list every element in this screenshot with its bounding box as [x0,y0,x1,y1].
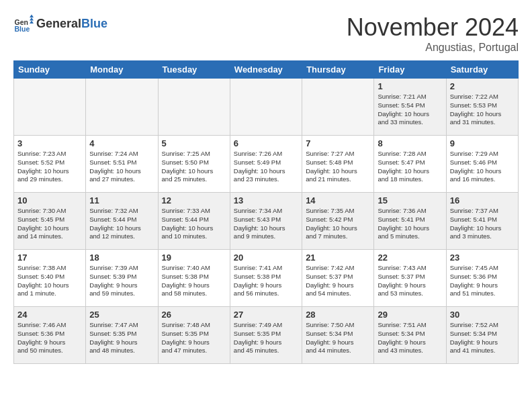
day-number: 27 [234,310,298,320]
day-info: Sunrise: 7:29 AM Sunset: 5:46 PM Dayligh… [450,150,515,184]
calendar-cell: 16Sunrise: 7:37 AM Sunset: 5:41 PM Dayli… [446,193,518,250]
logo: Gen Blue GeneralBlue [13,13,107,34]
day-info: Sunrise: 7:50 AM Sunset: 5:34 PM Dayligh… [306,321,370,355]
calendar-cell: 24Sunrise: 7:46 AM Sunset: 5:36 PM Dayli… [14,307,86,364]
calendar-cell: 3Sunrise: 7:23 AM Sunset: 5:52 PM Daylig… [14,136,86,193]
day-number: 2 [450,81,515,91]
calendar-week-row: 3Sunrise: 7:23 AM Sunset: 5:52 PM Daylig… [14,136,519,193]
calendar-cell: 17Sunrise: 7:38 AM Sunset: 5:40 PM Dayli… [14,250,86,307]
day-number: 29 [378,310,442,320]
day-info: Sunrise: 7:34 AM Sunset: 5:43 PM Dayligh… [234,207,298,241]
calendar-cell [86,79,158,136]
calendar-week-row: 17Sunrise: 7:38 AM Sunset: 5:40 PM Dayli… [14,250,519,307]
calendar-cell: 27Sunrise: 7:49 AM Sunset: 5:35 PM Dayli… [230,307,302,364]
weekday-header: Friday [374,61,446,79]
calendar-cell: 1Sunrise: 7:21 AM Sunset: 5:54 PM Daylig… [374,79,446,136]
day-info: Sunrise: 7:51 AM Sunset: 5:34 PM Dayligh… [378,321,442,355]
calendar-cell: 12Sunrise: 7:33 AM Sunset: 5:44 PM Dayli… [158,193,230,250]
weekday-header: Wednesday [230,61,302,79]
calendar-cell: 18Sunrise: 7:39 AM Sunset: 5:39 PM Dayli… [86,250,158,307]
calendar-cell: 25Sunrise: 7:47 AM Sunset: 5:35 PM Dayli… [86,307,158,364]
day-info: Sunrise: 7:42 AM Sunset: 5:37 PM Dayligh… [306,264,370,298]
day-info: Sunrise: 7:30 AM Sunset: 5:45 PM Dayligh… [17,207,82,241]
day-info: Sunrise: 7:25 AM Sunset: 5:50 PM Dayligh… [162,150,226,184]
day-info: Sunrise: 7:38 AM Sunset: 5:40 PM Dayligh… [17,264,82,298]
day-number: 24 [17,310,82,320]
weekday-header: Thursday [302,61,374,79]
day-info: Sunrise: 7:40 AM Sunset: 5:38 PM Dayligh… [162,264,226,298]
month-title: November 2024 [347,13,519,42]
calendar-cell: 29Sunrise: 7:51 AM Sunset: 5:34 PM Dayli… [374,307,446,364]
day-number: 12 [162,195,226,205]
day-info: Sunrise: 7:46 AM Sunset: 5:36 PM Dayligh… [17,321,82,355]
day-info: Sunrise: 7:49 AM Sunset: 5:35 PM Dayligh… [234,321,298,355]
day-number: 4 [89,138,154,148]
day-info: Sunrise: 7:52 AM Sunset: 5:34 PM Dayligh… [450,321,515,355]
day-info: Sunrise: 7:33 AM Sunset: 5:44 PM Dayligh… [162,207,226,241]
day-info: Sunrise: 7:36 AM Sunset: 5:41 PM Dayligh… [378,207,442,241]
calendar-cell [302,79,374,136]
day-info: Sunrise: 7:41 AM Sunset: 5:38 PM Dayligh… [234,264,298,298]
calendar-cell: 2Sunrise: 7:22 AM Sunset: 5:53 PM Daylig… [446,79,518,136]
calendar-cell: 30Sunrise: 7:52 AM Sunset: 5:34 PM Dayli… [446,307,518,364]
weekday-header: Tuesday [158,61,230,79]
calendar-cell: 15Sunrise: 7:36 AM Sunset: 5:41 PM Dayli… [374,193,446,250]
day-number: 20 [234,253,298,263]
day-number: 28 [306,310,370,320]
calendar-cell: 19Sunrise: 7:40 AM Sunset: 5:38 PM Dayli… [158,250,230,307]
day-number: 9 [450,138,515,148]
day-info: Sunrise: 7:45 AM Sunset: 5:36 PM Dayligh… [450,264,515,298]
day-info: Sunrise: 7:24 AM Sunset: 5:51 PM Dayligh… [89,150,154,184]
day-number: 16 [450,195,515,205]
day-number: 26 [162,310,226,320]
day-number: 1 [378,81,442,91]
day-number: 11 [89,195,154,205]
calendar-cell [230,79,302,136]
day-number: 5 [162,138,226,148]
calendar-cell: 28Sunrise: 7:50 AM Sunset: 5:34 PM Dayli… [302,307,374,364]
day-number: 18 [89,253,154,263]
day-info: Sunrise: 7:27 AM Sunset: 5:48 PM Dayligh… [306,150,370,184]
day-number: 15 [378,195,442,205]
weekday-header-row: SundayMondayTuesdayWednesdayThursdayFrid… [14,61,519,79]
calendar-cell [158,79,230,136]
day-info: Sunrise: 7:23 AM Sunset: 5:52 PM Dayligh… [17,150,82,184]
weekday-header: Monday [86,61,158,79]
page-header: Gen Blue GeneralBlue November 2024 Angus… [13,13,519,54]
day-number: 14 [306,195,370,205]
day-number: 10 [17,195,82,205]
calendar-cell: 21Sunrise: 7:42 AM Sunset: 5:37 PM Dayli… [302,250,374,307]
day-number: 8 [378,138,442,148]
day-info: Sunrise: 7:48 AM Sunset: 5:35 PM Dayligh… [162,321,226,355]
calendar-cell: 13Sunrise: 7:34 AM Sunset: 5:43 PM Dayli… [230,193,302,250]
day-number: 22 [378,253,442,263]
calendar-cell: 22Sunrise: 7:43 AM Sunset: 5:37 PM Dayli… [374,250,446,307]
day-number: 23 [450,253,515,263]
location-subtitle: Angustias, Portugal [347,42,519,54]
day-info: Sunrise: 7:35 AM Sunset: 5:42 PM Dayligh… [306,207,370,241]
day-number: 3 [17,138,82,148]
day-info: Sunrise: 7:21 AM Sunset: 5:54 PM Dayligh… [378,93,442,127]
calendar-cell: 6Sunrise: 7:26 AM Sunset: 5:49 PM Daylig… [230,136,302,193]
calendar-cell: 14Sunrise: 7:35 AM Sunset: 5:42 PM Dayli… [302,193,374,250]
day-number: 13 [234,195,298,205]
calendar-week-row: 1Sunrise: 7:21 AM Sunset: 5:54 PM Daylig… [14,79,519,136]
day-number: 19 [162,253,226,263]
logo-general: General [36,17,81,30]
day-info: Sunrise: 7:22 AM Sunset: 5:53 PM Dayligh… [450,93,515,127]
calendar-cell: 7Sunrise: 7:27 AM Sunset: 5:48 PM Daylig… [302,136,374,193]
calendar-cell: 4Sunrise: 7:24 AM Sunset: 5:51 PM Daylig… [86,136,158,193]
calendar-cell: 9Sunrise: 7:29 AM Sunset: 5:46 PM Daylig… [446,136,518,193]
day-number: 6 [234,138,298,148]
logo-icon: Gen Blue [13,13,34,34]
calendar-cell: 11Sunrise: 7:32 AM Sunset: 5:44 PM Dayli… [86,193,158,250]
calendar-cell: 20Sunrise: 7:41 AM Sunset: 5:38 PM Dayli… [230,250,302,307]
calendar-week-row: 24Sunrise: 7:46 AM Sunset: 5:36 PM Dayli… [14,307,519,364]
calendar-week-row: 10Sunrise: 7:30 AM Sunset: 5:45 PM Dayli… [14,193,519,250]
calendar-cell: 5Sunrise: 7:25 AM Sunset: 5:50 PM Daylig… [158,136,230,193]
day-number: 7 [306,138,370,148]
calendar-cell: 8Sunrise: 7:28 AM Sunset: 5:47 PM Daylig… [374,136,446,193]
day-info: Sunrise: 7:37 AM Sunset: 5:41 PM Dayligh… [450,207,515,241]
day-number: 30 [450,310,515,320]
svg-text:Blue: Blue [15,25,30,33]
